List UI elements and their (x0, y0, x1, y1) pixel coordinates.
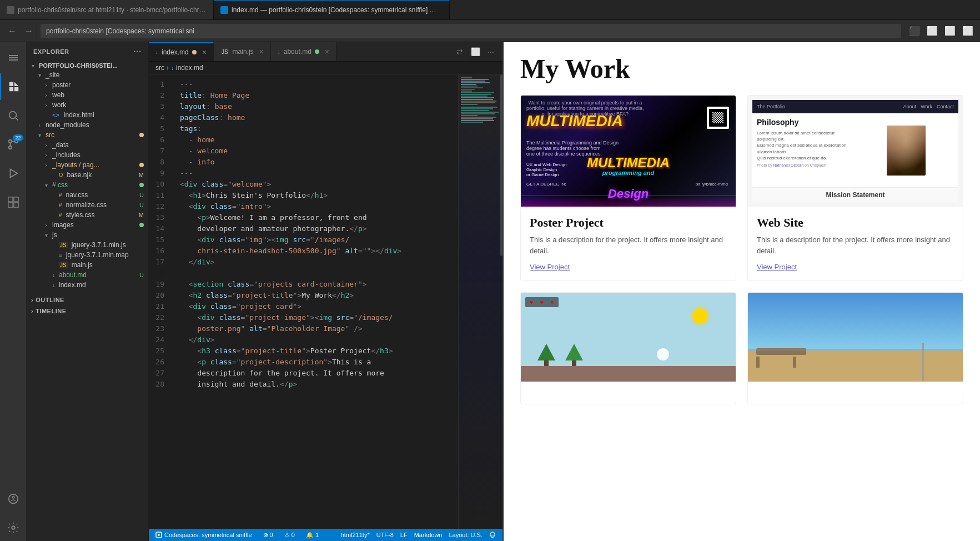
language-status[interactable]: Markdown (412, 532, 445, 538)
svg-rect-1 (9, 57, 18, 58)
code-line-1: --- (180, 79, 458, 90)
tab-index-md[interactable]: ↓ index.md × (149, 42, 214, 61)
timeline-section[interactable]: › TIMELINE (27, 305, 148, 317)
photo-image (748, 293, 963, 382)
remote-icon (155, 532, 162, 538)
code-editor[interactable]: 1 2 3 4 5 6 7 8 9 10 11 12 13 14 15 16 1… (149, 74, 502, 529)
explorer-menu-button[interactable]: ··· (133, 47, 142, 57)
svg-rect-12 (13, 197, 18, 202)
url-bar[interactable]: portfolio-chris0stein [Codespaces: symme… (41, 24, 901, 38)
extensions-icon[interactable] (0, 189, 27, 216)
tree-item-includes[interactable]: › _includes (27, 150, 148, 160)
tree-item-js[interactable]: ▾ js (27, 230, 148, 240)
project-grid: Want to create your own original project… (520, 95, 963, 404)
tree-item-styles-css[interactable]: # styles.css M (27, 210, 148, 220)
bell-status[interactable] (487, 532, 498, 538)
split-editor-button[interactable]: ⇄ (453, 44, 467, 59)
toggle-layout-button[interactable]: ⬜ (468, 44, 483, 59)
code-line-26: <p class="project-description">This is a (180, 357, 458, 368)
code-line-8: - info (180, 157, 458, 168)
tree-item-jquery-min-js[interactable]: JS jquery-3.7.1.min.js (27, 240, 148, 250)
run-debug-icon[interactable] (0, 160, 27, 187)
warnings-status[interactable]: ⚠ 0 (282, 532, 297, 539)
back-button[interactable]: ← (4, 23, 20, 39)
window-control-3[interactable]: ⬜ (960, 23, 976, 39)
tree-item-data[interactable]: › _data (27, 140, 148, 150)
tree-item-layouts[interactable]: › _layouts / pag... (27, 160, 148, 170)
tree-item-main-js[interactable]: JS main.js (27, 260, 148, 270)
website-view-project-link[interactable]: View Project (757, 263, 797, 271)
explorer-icon[interactable] (0, 73, 27, 100)
breadcrumb-file[interactable]: index.md (176, 64, 203, 72)
tree-item-poster[interactable]: › poster (27, 80, 148, 90)
code-line-13: <p>Welcome! I am a professor, front end (180, 212, 458, 223)
line-ending-status[interactable]: LF (398, 532, 410, 538)
close-tab-main-js[interactable]: × (259, 47, 264, 56)
src-badge (139, 133, 144, 137)
tree-item-base-njk[interactable]: Ω base.njk M (27, 170, 148, 180)
browser-tab-2[interactable]: index.md — portfolio-chris0stein [Codesp… (214, 0, 450, 19)
tree-item-index-md[interactable]: ↓ index.md (27, 280, 148, 290)
tree-item-index-html[interactable]: <> index.html (27, 110, 148, 120)
tab-icon-index-md: ↓ (155, 49, 158, 55)
root-folder[interactable]: ▾ PORTFOLIO-CHRIS0STEI... (27, 61, 148, 70)
browser-nav-buttons: ← → (4, 23, 37, 39)
philosophy-heading: Philosophy (757, 118, 853, 127)
tree-item-normalize-css[interactable]: # normalize.css U (27, 200, 148, 210)
poster-image: Want to create your own original project… (521, 96, 736, 207)
svg-rect-14 (13, 203, 18, 207)
forward-button[interactable]: → (21, 23, 37, 39)
code-line-9: --- (180, 168, 458, 179)
tree-item-site[interactable]: ▾ _site (27, 70, 148, 80)
tree-item-web[interactable]: › web (27, 90, 148, 100)
layout-status[interactable]: Layout: U.S. (446, 532, 485, 538)
svg-rect-0 (9, 55, 18, 56)
close-tab-about-md[interactable]: × (325, 47, 329, 56)
settings-icon[interactable] (0, 514, 27, 541)
window-control-1[interactable]: ⬜ (924, 23, 940, 39)
code-line-25: <h3 class="project-title">Poster Project… (180, 345, 458, 357)
more-actions-button[interactable]: ··· (484, 44, 498, 59)
code-line-16: chris-stein-headshot-500x500.jpg" alt=""… (180, 246, 458, 257)
code-line-20: <h2 class="project-title">My Work</h2> (180, 290, 458, 301)
code-content[interactable]: --- title: Home Page layout: base pageCl… (171, 74, 458, 529)
poster-view-project-link[interactable]: View Project (530, 263, 570, 271)
tree-item-node-modules[interactable]: › node_modules (27, 120, 148, 130)
website-project-desc: This is a description for the project. I… (757, 234, 954, 256)
tree-item-nav-css[interactable]: # nav.css U (27, 190, 148, 200)
window-control-2[interactable]: ⬜ (942, 23, 958, 39)
poster-project-title: Poster Project (530, 216, 727, 230)
tree-item-src[interactable]: ▾ src (27, 130, 148, 140)
tree-item-about-md[interactable]: ↓ about.md U (27, 270, 148, 280)
split-view-button[interactable]: ⬛ (907, 23, 922, 39)
breadcrumb-src[interactable]: src (155, 64, 164, 72)
close-tab-index-md[interactable]: × (202, 48, 207, 57)
code-line-10: <div class="welcome"> (180, 179, 458, 190)
outline-section[interactable]: › OUTLINE (27, 294, 148, 305)
tree-item-images[interactable]: › images (27, 220, 148, 230)
tab-main-js[interactable]: JS main.js × (214, 42, 271, 61)
source-control-icon[interactable]: 22 (0, 131, 27, 158)
svg-rect-13 (8, 203, 12, 207)
browser-favicon-1 (7, 6, 14, 14)
tab-about-md[interactable]: ↓ about.md × (271, 42, 336, 61)
github-icon[interactable] (0, 485, 27, 512)
tree-item-work[interactable]: › work (27, 100, 148, 110)
code-line-17: </div> (180, 257, 458, 268)
html-type-status[interactable]: html211ty* (339, 532, 372, 538)
tree-item-css[interactable]: ▾ # css (27, 180, 148, 190)
code-line-2: title: Home Page (180, 90, 458, 101)
browser-tab-1[interactable]: portfolio-chris0stein/src at html211ty ·… (0, 0, 214, 19)
headshot-image (887, 126, 926, 176)
css-badge (139, 183, 144, 187)
errors-status[interactable]: ⊗ 0 (261, 532, 275, 539)
tree-item-jquery-min-map[interactable]: ≡ jquery-3.7.1.min.map (27, 250, 148, 260)
search-icon[interactable] (0, 102, 27, 129)
status-right: html211ty* UTF-8 LF Markdown Layout: U.S… (339, 532, 498, 538)
notifications-status[interactable]: 🔔 1 (304, 532, 321, 539)
svg-point-5 (8, 140, 12, 143)
codespaces-status[interactable]: Codespaces: symmetrical sniffle (153, 532, 254, 538)
preview-title: My Work (520, 53, 963, 84)
hamburger-menu-icon[interactable] (0, 44, 27, 71)
encoding-status[interactable]: UTF-8 (374, 532, 396, 538)
